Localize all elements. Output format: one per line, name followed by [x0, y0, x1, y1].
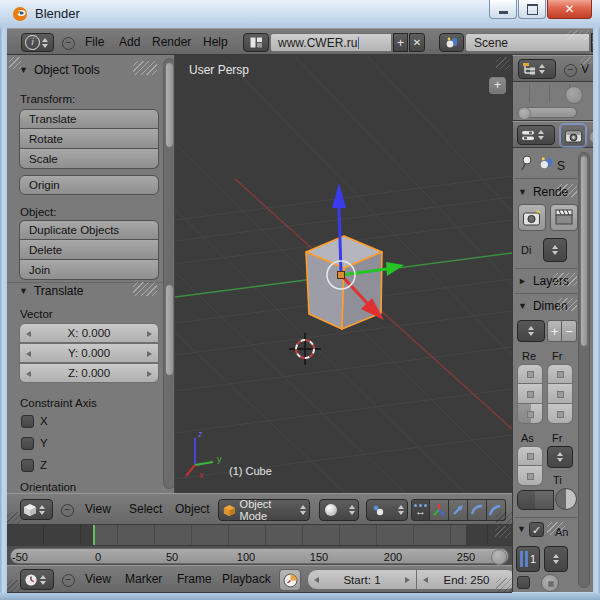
scrollbar-thumb[interactable]	[165, 62, 174, 148]
delete-button[interactable]: Delete	[19, 240, 159, 260]
timeline-track[interactable]	[7, 525, 512, 545]
panel-drag-stripes[interactable]	[133, 61, 157, 75]
decrement-icon[interactable]	[26, 331, 31, 337]
cube-object[interactable]	[306, 236, 382, 329]
join-button[interactable]: Join	[19, 260, 159, 280]
timeline-scrollbar[interactable]: -50 0 50 100 150 200 250	[10, 548, 509, 564]
scrollbar-thumb[interactable]	[580, 155, 588, 347]
aspect-y-field[interactable]	[517, 466, 543, 486]
constraint-y-checkbox[interactable]	[21, 437, 34, 450]
vector-z-field[interactable]: Z: 0.000	[19, 363, 159, 383]
manipulator-rotate-toggle[interactable]	[449, 499, 468, 521]
translate-button[interactable]: Translate	[19, 109, 159, 129]
frame-start-prop-field[interactable]	[547, 364, 573, 384]
decrement-icon[interactable]	[26, 351, 31, 357]
origin-button[interactable]: Origin	[19, 175, 159, 195]
preset-remove-button[interactable]: −	[562, 320, 577, 342]
tab-render-properties[interactable]	[560, 124, 586, 147]
menu-file[interactable]: File	[85, 35, 104, 49]
pin-icon[interactable]	[519, 155, 534, 172]
filter-size-dial[interactable]	[541, 574, 559, 592]
menu-render[interactable]: Render	[152, 35, 191, 49]
full-sample-checkbox[interactable]	[517, 576, 530, 589]
manipulator-enable-toggle[interactable]: ↔	[411, 499, 430, 521]
increment-icon[interactable]	[147, 371, 152, 377]
panel-drag-stripes[interactable]	[133, 282, 157, 296]
collapse-menus-icon[interactable]: −	[62, 574, 75, 587]
aspect-x-field[interactable]	[517, 446, 543, 466]
outliner-scrollbar[interactable]	[517, 107, 577, 118]
editor-type-selector-timeline[interactable]	[20, 569, 54, 590]
aa-checkbox[interactable]: ✓	[529, 522, 544, 537]
render-presets-dropdown[interactable]	[517, 320, 545, 342]
editor-type-selector-3dview[interactable]	[20, 499, 53, 520]
editor-type-selector-info[interactable]: i	[21, 33, 54, 52]
scrollbar-end-handle[interactable]	[518, 107, 531, 120]
menu-help[interactable]: Help	[203, 35, 228, 49]
panel-drag-stripes[interactable]	[557, 298, 577, 311]
vector-x-field[interactable]: X: 0.000	[19, 323, 159, 343]
framerate-dropdown[interactable]	[547, 446, 573, 468]
menu-object[interactable]: Object	[175, 502, 210, 516]
duplicate-objects-button[interactable]: Duplicate Objects	[19, 220, 159, 240]
collapse-menus-icon[interactable]: −	[62, 37, 75, 50]
pivot-point-dropdown[interactable]	[366, 499, 408, 521]
frame-step-field[interactable]	[547, 404, 573, 424]
increment-icon[interactable]	[405, 577, 410, 583]
outliner-restrict-icon[interactable]	[565, 86, 583, 104]
time-cursor-button[interactable]	[279, 569, 301, 591]
frame-end-prop-field[interactable]	[547, 384, 573, 404]
scrollbar-end-handle[interactable]	[491, 549, 507, 565]
scrollbar-thumb[interactable]	[165, 284, 174, 376]
resolution-x-field[interactable]	[517, 364, 543, 384]
editor-type-selector-properties[interactable]	[517, 125, 555, 145]
aa-filter-dropdown[interactable]	[544, 546, 568, 572]
scene-selector-icon-button[interactable]	[439, 33, 464, 52]
decrement-icon[interactable]	[26, 371, 31, 377]
panel-header-translate[interactable]: ▼ Translate	[19, 284, 84, 298]
constraint-x-checkbox[interactable]	[21, 415, 34, 428]
render-animation-button[interactable]	[550, 204, 578, 231]
time-remap-old-field[interactable]	[517, 490, 537, 510]
scale-button[interactable]: Scale	[19, 149, 159, 169]
open-properties-region-button[interactable]: +	[489, 77, 506, 94]
menu-view[interactable]: View	[85, 502, 111, 516]
increment-icon[interactable]	[147, 331, 152, 337]
resolution-y-field[interactable]	[517, 384, 543, 404]
rotate-button[interactable]: Rotate	[19, 129, 159, 149]
minimize-button[interactable]	[489, 0, 517, 19]
collapse-menus-icon[interactable]: −	[61, 504, 74, 517]
maximize-button[interactable]	[518, 0, 546, 19]
resolution-percentage-slider[interactable]	[517, 404, 543, 424]
display-dropdown[interactable]	[543, 238, 567, 262]
panel-header-antialiasing[interactable]: ▼	[517, 524, 526, 534]
viewport-3d[interactable]: User Persp + z y x (1) Cube	[175, 55, 512, 493]
delete-screen-button[interactable]: ✕	[409, 33, 425, 52]
render-image-button[interactable]	[518, 204, 546, 231]
screen-name-field[interactable]: www.CWER.ru	[270, 33, 392, 52]
manipulator-z-arrow[interactable]	[339, 207, 341, 273]
viewport-shading-dropdown[interactable]	[319, 499, 359, 521]
panel-header-object-tools[interactable]: ▼ Object Tools	[19, 63, 100, 77]
close-button[interactable]: ✕	[547, 0, 592, 19]
outliner-content[interactable]	[512, 82, 593, 121]
time-remap-new-field[interactable]	[535, 490, 554, 510]
menu-marker[interactable]: Marker	[125, 572, 162, 586]
manipulator-translate-toggle[interactable]	[430, 499, 449, 521]
panel-drag-stripes[interactable]	[557, 184, 577, 197]
screen-layout-selector[interactable]	[243, 33, 269, 52]
mode-dropdown[interactable]: Object Mode	[218, 499, 310, 521]
increment-icon[interactable]	[147, 351, 152, 357]
manipulator-scale-toggle[interactable]	[468, 499, 487, 521]
decrement-icon[interactable]	[314, 577, 319, 583]
add-screen-button[interactable]: +	[393, 33, 408, 52]
current-frame-playhead[interactable]	[93, 525, 95, 545]
decrement-icon[interactable]	[423, 577, 428, 583]
properties-scrollbar[interactable]	[578, 152, 590, 588]
preset-add-button[interactable]: +	[547, 320, 562, 342]
os-titlebar[interactable]: Blender ✕	[0, 0, 600, 29]
frame-start-field[interactable]: Start: 1	[307, 569, 417, 590]
aa-samples-button[interactable]: 1	[516, 546, 540, 572]
menu-add[interactable]: Add	[119, 35, 140, 49]
constraint-z-checkbox[interactable]	[21, 459, 34, 472]
